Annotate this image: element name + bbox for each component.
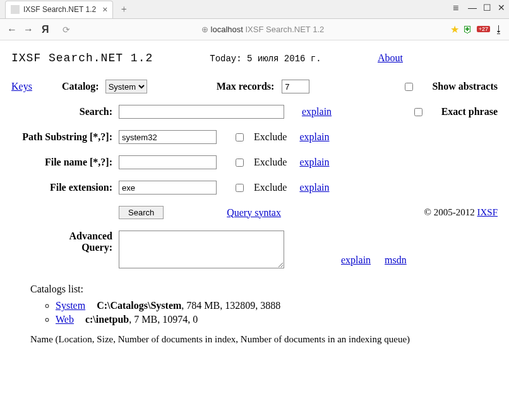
advanced-query-label: AdvancedQuery:: [11, 231, 119, 253]
adv-explain-link[interactable]: explain: [341, 255, 371, 265]
page-content: IXSF Search.NET 1.2 Today: 5 июля 2016 г…: [0, 40, 509, 357]
url-bar[interactable]: ⊕ localhost IXSF Search.NET 1.2: [76, 25, 450, 34]
fileext-label: File extension:: [11, 182, 119, 193]
filename-exclude-label: Exclude: [254, 157, 287, 168]
catalog-select[interactable]: System: [105, 80, 147, 93]
fileext-input[interactable]: [119, 181, 217, 195]
catalog-location: C:\Catalogs\System: [97, 300, 181, 311]
close-window-icon[interactable]: ✕: [498, 3, 505, 14]
about-link[interactable]: About: [378, 52, 403, 63]
list-item: System C:\Catalogs\System, 784 MB, 13280…: [56, 300, 498, 311]
show-abstracts-checkbox[interactable]: [405, 83, 413, 91]
ixsf-link[interactable]: IXSF: [477, 207, 498, 217]
tab-close-icon[interactable]: ×: [102, 4, 107, 15]
max-records-input[interactable]: [282, 80, 309, 93]
app-title: IXSF Search.NET 1.2: [11, 52, 153, 64]
catalog-location: c:\inetpub: [85, 314, 129, 325]
new-tab-button[interactable]: +: [117, 3, 131, 16]
search-label: Search:: [11, 106, 119, 117]
shield-icon[interactable]: ⛨: [463, 24, 473, 35]
catalog-name-link[interactable]: Web: [56, 314, 74, 325]
path-exclude-checkbox[interactable]: [236, 133, 244, 141]
path-substring-label: Path Substring [*,?]:: [11, 131, 119, 143]
catalog-name-link[interactable]: System: [56, 300, 85, 311]
back-button[interactable]: ←: [5, 23, 19, 37]
copyright: © 2005-2012 IXSF: [424, 207, 498, 218]
search-input[interactable]: [119, 105, 284, 119]
reload-button[interactable]: ⟳: [59, 23, 73, 37]
exact-phrase-checkbox[interactable]: [414, 108, 422, 116]
tab-title: IXSF Search.NET 1.2: [23, 5, 96, 14]
browser-tab[interactable]: IXSF Search.NET 1.2 ×: [5, 1, 113, 18]
catalog-rest: , 7 MB, 10974, 0: [129, 314, 198, 325]
filename-input[interactable]: [119, 155, 217, 169]
search-button[interactable]: Search: [119, 206, 164, 219]
minimize-icon[interactable]: —: [468, 3, 477, 14]
list-item: Web c:\inetpub, 7 MB, 10974, 0: [56, 314, 498, 325]
filename-label: File name [*,?]:: [11, 157, 119, 168]
catalogs-list: System C:\Catalogs\System, 784 MB, 13280…: [56, 300, 498, 325]
max-records-label: Max records:: [217, 81, 275, 92]
msdn-link[interactable]: msdn: [385, 255, 407, 265]
menu-icon[interactable]: [453, 3, 462, 14]
today-date: Today: 5 июля 2016 г.: [210, 54, 321, 64]
catalog-rest: , 784 MB, 132809, 3888: [181, 300, 280, 311]
keys-link[interactable]: Keys: [11, 81, 32, 92]
fileext-exclude-label: Exclude: [254, 182, 287, 193]
catalog-label: Catalog:: [62, 81, 99, 92]
show-abstracts-label: Show abstracts: [432, 81, 498, 92]
filename-exclude-checkbox[interactable]: [236, 159, 244, 167]
search-explain-link[interactable]: explain: [302, 106, 332, 117]
browser-tab-bar: IXSF Search.NET 1.2 × + — ☐ ✕: [0, 0, 509, 19]
url-title: IXSF Search.NET 1.2: [246, 25, 325, 34]
catalogs-legend: Name (Location, Size, Number of document…: [30, 334, 498, 345]
maximize-icon[interactable]: ☐: [483, 3, 491, 14]
path-exclude-label: Exclude: [254, 131, 287, 143]
query-syntax-link[interactable]: Query syntax: [227, 207, 281, 219]
advanced-query-textarea[interactable]: [119, 231, 284, 268]
window-controls: — ☐ ✕: [453, 3, 505, 14]
download-icon[interactable]: ⭳: [494, 24, 504, 35]
home-icon[interactable]: Я: [42, 24, 49, 35]
path-explain-link[interactable]: explain: [299, 131, 329, 143]
fileext-exclude-checkbox[interactable]: [236, 184, 244, 192]
browser-toolbar: ← → Я ⟳ ⊕ localhost IXSF Search.NET 1.2 …: [0, 19, 509, 40]
catalogs-list-label: Catalogs list:: [30, 284, 498, 295]
forward-button[interactable]: →: [21, 23, 35, 37]
filename-explain-link[interactable]: explain: [299, 157, 329, 168]
globe-icon: ⊕: [201, 25, 211, 34]
exact-phrase-label: Exact phrase: [441, 106, 498, 117]
ext-badge[interactable]: +27: [477, 26, 490, 32]
path-substring-input[interactable]: [119, 130, 217, 144]
bookmark-star-icon[interactable]: ★: [450, 23, 459, 35]
url-host: localhost: [211, 25, 243, 34]
fileext-explain-link[interactable]: explain: [299, 182, 329, 193]
favicon: [11, 5, 20, 14]
